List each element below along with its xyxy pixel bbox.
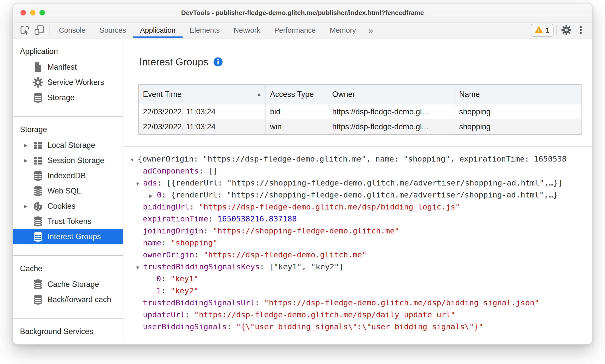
tab-sources[interactable]: Sources — [92, 22, 133, 38]
warning-badge[interactable]: 1 — [531, 24, 554, 37]
sidebar-item-label: Trust Tokens — [47, 217, 91, 226]
sidebar-item-back-forward-cach[interactable]: Back/forward cach — [13, 292, 123, 307]
table-row[interactable]: 22/03/2022, 11:03:24bidhttps://dsp-fledg… — [139, 104, 581, 119]
token-string: "https://dsp-fledge-demo.glitch.me/dsp/b… — [264, 298, 539, 307]
token-plain: : — [161, 274, 170, 283]
token-key: updateUrl — [143, 310, 185, 319]
token-plain: : ["key1", "key2"] — [260, 262, 344, 271]
token-string: "https://dsp-fledge-demo.glitch.me/dsp/d… — [194, 310, 455, 319]
chevron-down-icon[interactable]: ▼ — [135, 262, 143, 273]
column-header-access-type[interactable]: Access Type — [266, 85, 328, 104]
sidebar-item-label: Local Storage — [47, 141, 95, 150]
titlebar: DevTools - publisher-fledge-demo.glitch.… — [13, 3, 592, 22]
sidebar-heading-application: Application — [13, 38, 123, 59]
sidebar-item-label: Session Storage — [47, 156, 104, 165]
token-string: "key1" — [170, 274, 198, 283]
token-key: 0 — [157, 190, 162, 199]
cell-event-time: 22/03/2022, 11:03:24 — [139, 104, 266, 119]
chevron-down-icon[interactable]: ▼ — [135, 178, 143, 189]
interest-group-json-tree: ▼{ownerOrigin: "https://dsp-fledge-demo.… — [123, 146, 592, 333]
sidebar-item-label: Cache Storage — [47, 280, 99, 289]
chevron-down-icon[interactable]: ▼ — [130, 154, 138, 165]
token-key: userBiddingSignals — [143, 322, 227, 331]
token-key: trustedBiddingSignalsKeys — [143, 262, 260, 271]
background-fetch-icon — [32, 342, 43, 345]
table-row[interactable]: 22/03/2022, 11:03:24winhttps://dsp-fledg… — [139, 119, 581, 135]
token-string: "https://shopping-fledge-demo.glitch.me" — [213, 226, 399, 235]
chevron-right-icon[interactable]: ▶ — [24, 143, 32, 148]
zoom-button[interactable] — [39, 10, 45, 15]
sidebar-item-session-storage[interactable]: ▶Session Storage — [13, 153, 123, 168]
tree-line[interactable]: ▼trustedBiddingSignalsKeys: ["key1", "ke… — [130, 261, 592, 273]
more-options-button[interactable] — [574, 22, 588, 38]
sidebar-item-trust-tokens[interactable]: Trust Tokens — [13, 214, 123, 229]
sort-ascending-icon: ▲ — [257, 91, 262, 97]
tree-line[interactable]: ▼{ownerOrigin: "https://dsp-fledge-demo.… — [130, 153, 592, 165]
sidebar-item-background-fetch[interactable]: Background Fetch — [13, 340, 123, 345]
table-header-row: Event Time▲Access TypeOwnerName — [139, 85, 581, 104]
info-icon[interactable] — [213, 57, 223, 67]
cell-name: shopping — [455, 119, 581, 135]
tree-line[interactable]: ▶0: {renderUrl: "https://shopping-fledge… — [130, 189, 592, 201]
tab-elements[interactable]: Elements — [183, 22, 227, 38]
tab-network[interactable]: Network — [227, 22, 267, 38]
tree-line[interactable]: ▼ads: [{renderUrl: "https://shopping-fle… — [130, 177, 592, 189]
warning-count: 1 — [545, 26, 550, 34]
minimize-button[interactable] — [30, 10, 35, 15]
token-string: "https://dsp-fledge-demo.glitch.me" — [204, 250, 367, 259]
tab-console[interactable]: Console — [52, 22, 92, 38]
kebab-menu-icon — [576, 25, 586, 36]
sidebar-item-cookies[interactable]: ▶Cookies — [13, 198, 123, 214]
sidebar-item-indexeddb[interactable]: IndexedDB — [13, 168, 123, 183]
sidebar-item-manifest[interactable]: Manifest — [13, 59, 123, 75]
chevron-right-icon[interactable]: ▶ — [24, 158, 32, 163]
devtools-body: ApplicationManifestService WorkersStorag… — [13, 38, 592, 345]
settings-button[interactable] — [559, 22, 574, 38]
cell-access-type: bid — [266, 104, 328, 119]
database-icon — [32, 170, 43, 181]
tab-performance[interactable]: Performance — [267, 22, 323, 38]
column-header-name[interactable]: Name — [455, 85, 581, 104]
inspect-element-button[interactable] — [17, 22, 32, 38]
sidebar-item-web-sql[interactable]: Web SQL — [13, 183, 123, 198]
token-plain: : — [185, 310, 194, 319]
database-icon — [32, 231, 43, 242]
panel-tabs: ConsoleSourcesApplicationElementsNetwork… — [52, 22, 363, 38]
toolbar-separator — [556, 25, 557, 35]
token-string: "https://dsp-fledge-demo.glitch.me/dsp/b… — [199, 202, 460, 211]
device-toolbar-button[interactable] — [32, 22, 46, 38]
tab-application[interactable]: Application — [133, 22, 183, 38]
database-icon — [32, 294, 43, 305]
sidebar-item-cache-storage[interactable]: Cache Storage — [13, 277, 123, 292]
column-header-event-time[interactable]: Event Time▲ — [139, 85, 266, 104]
page-title: Interest Groups — [139, 56, 208, 68]
gear-icon — [32, 77, 43, 88]
sidebar-item-service-workers[interactable]: Service Workers — [13, 75, 123, 90]
token-plain: : [{renderUrl: "https://shopping-fledge-… — [157, 178, 563, 187]
token-plain: : — [227, 322, 236, 331]
sidebar-item-label: Back/forward cach — [47, 295, 111, 304]
token-plain: : — [255, 298, 264, 307]
sidebar-section-application: ApplicationManifestService WorkersStorag… — [13, 38, 123, 117]
column-header-owner[interactable]: Owner — [328, 85, 455, 104]
tab-memory[interactable]: Memory — [323, 22, 363, 38]
sidebar-item-storage[interactable]: Storage — [13, 90, 123, 105]
cell-event-time: 22/03/2022, 11:03:24 — [139, 119, 266, 135]
sidebar-section-background-services: Background ServicesBackground Fetch — [13, 319, 123, 345]
chevron-right-icon[interactable]: ▶ — [149, 190, 157, 201]
sidebar-item-label: Manifest — [47, 63, 77, 72]
traffic-lights — [20, 3, 45, 22]
token-plain: : — [208, 214, 217, 223]
sidebar-section-storage: Storage▶Local Storage▶Session StorageInd… — [13, 117, 123, 256]
sidebar-item-local-storage[interactable]: ▶Local Storage — [13, 138, 123, 153]
sidebar-item-label: Cookies — [47, 202, 75, 211]
warning-icon — [535, 26, 543, 34]
interest-groups-panel: Interest Groups Event Time▲Access TypeOw… — [123, 38, 592, 345]
sidebar-item-interest-groups[interactable]: Interest Groups — [13, 229, 123, 244]
chevron-right-icon[interactable]: ▶ — [24, 203, 32, 209]
token-plain: : — [190, 202, 199, 211]
sidebar-heading-background-services: Background Services — [13, 319, 123, 340]
token-key: name — [143, 238, 162, 247]
close-button[interactable] — [20, 10, 26, 15]
more-tabs-button[interactable]: » — [363, 22, 379, 38]
